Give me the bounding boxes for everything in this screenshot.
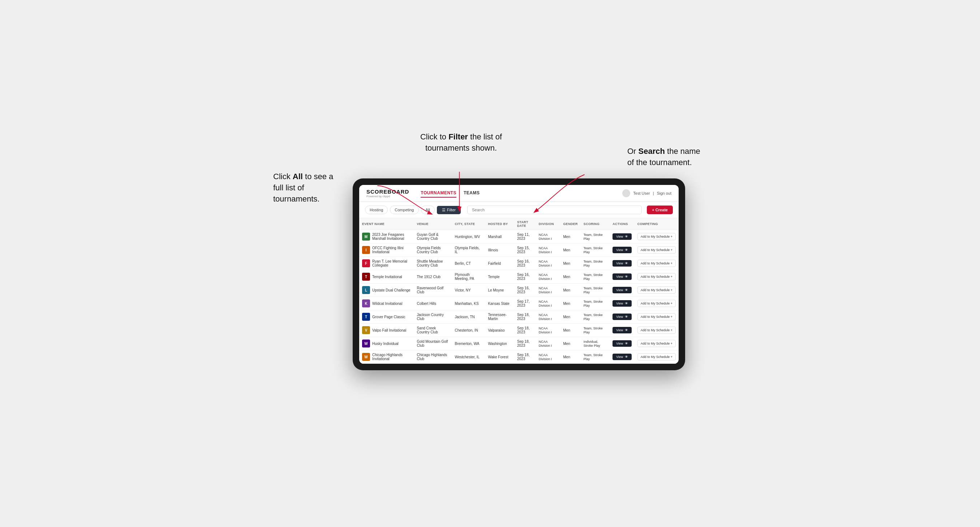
all-tab[interactable]: All: [421, 206, 435, 214]
nav-tabs: TOURNAMENTS TEAMS: [421, 189, 479, 198]
cell-city-state: Plymouth Meeting, PA: [452, 270, 485, 284]
cell-actions: View 👁: [609, 337, 634, 350]
cell-scoring: Team, Stroke Play: [581, 270, 609, 284]
sign-out-link[interactable]: Sign out: [657, 191, 671, 195]
filter-icon: ☰: [442, 208, 445, 213]
filter-button[interactable]: ☰ Filter: [437, 206, 461, 214]
add-to-schedule-button[interactable]: Add to My Schedule +: [638, 327, 676, 334]
cell-hosted-by: Marshall: [485, 230, 514, 243]
app-logo-sub: Powered by clippd: [366, 195, 409, 198]
create-button[interactable]: + Create: [647, 206, 673, 214]
cell-division: NCAA Division I: [536, 270, 560, 284]
cell-start-date: Sep 18, 2023: [514, 350, 536, 364]
logo-area: SCOREBOARD Powered by clippd: [366, 189, 409, 198]
cell-start-date: Sep 16, 2023: [514, 257, 536, 270]
add-to-schedule-button[interactable]: Add to My Schedule +: [638, 246, 676, 254]
event-name-text: 2023 Joe Feaganes Marshall Invitational: [372, 233, 411, 241]
add-to-schedule-button[interactable]: Add to My Schedule +: [638, 300, 676, 307]
cell-venue: Colbert Hills: [414, 297, 452, 310]
cell-division: NCAA Division I: [536, 310, 560, 324]
view-button[interactable]: View 👁: [612, 247, 631, 253]
cell-hosted-by: Wake Forest: [485, 350, 514, 364]
table-row: M 2023 Joe Feaganes Marshall Invitationa…: [359, 230, 679, 243]
table-row: W Husky Individual Gold Mountain Golf Cl…: [359, 337, 679, 350]
cell-hosted-by: Le Moyne: [485, 284, 514, 297]
cell-event-name: V Valpo Fall Invitational: [359, 324, 414, 337]
cell-scoring: Team, Stroke Play: [581, 324, 609, 337]
eye-icon: 👁: [625, 355, 628, 359]
add-to-schedule-button[interactable]: Add to My Schedule +: [638, 353, 676, 360]
cell-start-date: Sep 17, 2023: [514, 297, 536, 310]
cell-gender: Men: [560, 297, 581, 310]
nav-tab-tournaments[interactable]: TOURNAMENTS: [421, 189, 457, 198]
event-name-text: Husky Individual: [372, 342, 399, 346]
view-button[interactable]: View 👁: [612, 273, 631, 280]
view-button[interactable]: View 👁: [612, 300, 631, 307]
cell-start-date: Sep 16, 2023: [514, 270, 536, 284]
event-name-text: OFCC Fighting Illini Invitational: [372, 246, 411, 254]
hosting-tab[interactable]: Hosting: [365, 206, 388, 214]
cell-gender: Men: [560, 257, 581, 270]
cell-event-name: W Chicago Highlands Invitational: [359, 350, 414, 364]
col-city-state: CITY, STATE: [452, 218, 485, 230]
cell-competing: Add to My Schedule +: [635, 257, 679, 270]
event-name-text: Chicago Highlands Invitational: [372, 353, 411, 361]
team-logo: F: [362, 259, 370, 267]
add-to-schedule-button[interactable]: Add to My Schedule +: [638, 233, 676, 240]
cell-actions: View 👁: [609, 350, 634, 364]
app-logo-title: SCOREBOARD: [366, 189, 409, 195]
cell-venue: Gold Mountain Golf Club: [414, 337, 452, 350]
cell-scoring: Team, Stroke Play: [581, 310, 609, 324]
add-to-schedule-button[interactable]: Add to My Schedule +: [638, 340, 676, 347]
add-to-schedule-button[interactable]: Add to My Schedule +: [638, 313, 676, 321]
team-logo: T: [362, 313, 370, 321]
annotation-topleft: Click All to see a full list of tourname…: [273, 171, 345, 205]
view-button[interactable]: View 👁: [612, 340, 631, 347]
annotation-topright: Or Search the name of the tournament.: [627, 146, 707, 168]
cell-venue: Guyan Golf & Country Club: [414, 230, 452, 243]
view-button[interactable]: View 👁: [612, 287, 631, 293]
table-row: W Chicago Highlands Invitational Chicago…: [359, 350, 679, 364]
cell-hosted-by: Fairfield: [485, 257, 514, 270]
cell-actions: View 👁: [609, 310, 634, 324]
cell-division: NCAA Division I: [536, 324, 560, 337]
event-name-text: Grover Page Classic: [372, 315, 406, 319]
view-button[interactable]: View 👁: [612, 327, 631, 333]
cell-event-name: F Ryan T. Lee Memorial Collegiate: [359, 257, 414, 270]
cell-event-name: M 2023 Joe Feaganes Marshall Invitationa…: [359, 230, 414, 243]
tablet-frame: SCOREBOARD Powered by clippd TOURNAMENTS…: [353, 178, 685, 370]
add-to-schedule-button[interactable]: Add to My Schedule +: [638, 273, 676, 280]
cell-division: NCAA Division I: [536, 350, 560, 364]
cell-actions: View 👁: [609, 270, 634, 284]
add-to-schedule-button[interactable]: Add to My Schedule +: [638, 286, 676, 294]
competing-tab[interactable]: Competing: [390, 206, 418, 214]
col-hosted-by: HOSTED BY: [485, 218, 514, 230]
cell-competing: Add to My Schedule +: [635, 350, 679, 364]
app-header: SCOREBOARD Powered by clippd TOURNAMENTS…: [359, 185, 679, 202]
event-name-text: Temple Invitational: [372, 275, 402, 279]
cell-competing: Add to My Schedule +: [635, 243, 679, 257]
cell-division: NCAA Division I: [536, 284, 560, 297]
table-row: T Temple Invitational The 1912 Club Plym…: [359, 270, 679, 284]
eye-icon: 👁: [625, 248, 628, 252]
cell-city-state: Bremerton, WA: [452, 337, 485, 350]
eye-icon: 👁: [625, 288, 628, 292]
add-to-schedule-button[interactable]: Add to My Schedule +: [638, 260, 676, 267]
cell-gender: Men: [560, 350, 581, 364]
cell-city-state: Chesterton, IN: [452, 324, 485, 337]
cell-city-state: Jackson, TN: [452, 310, 485, 324]
view-button[interactable]: View 👁: [612, 233, 631, 240]
table-row: F Ryan T. Lee Memorial Collegiate Shuttl…: [359, 257, 679, 270]
nav-tab-teams[interactable]: TEAMS: [464, 189, 480, 198]
cell-scoring: Team, Stroke Play: [581, 257, 609, 270]
cell-gender: Men: [560, 310, 581, 324]
cell-actions: View 👁: [609, 230, 634, 243]
view-button[interactable]: View 👁: [612, 354, 631, 360]
cell-start-date: Sep 18, 2023: [514, 337, 536, 350]
cell-scoring: Team, Stroke Play: [581, 284, 609, 297]
tablet-screen: SCOREBOARD Powered by clippd TOURNAMENTS…: [359, 185, 679, 364]
filter-bar: Hosting Competing All ☰ Filter + Create: [359, 202, 679, 218]
search-input[interactable]: [467, 206, 642, 214]
view-button[interactable]: View 👁: [612, 314, 631, 320]
view-button[interactable]: View 👁: [612, 260, 631, 267]
